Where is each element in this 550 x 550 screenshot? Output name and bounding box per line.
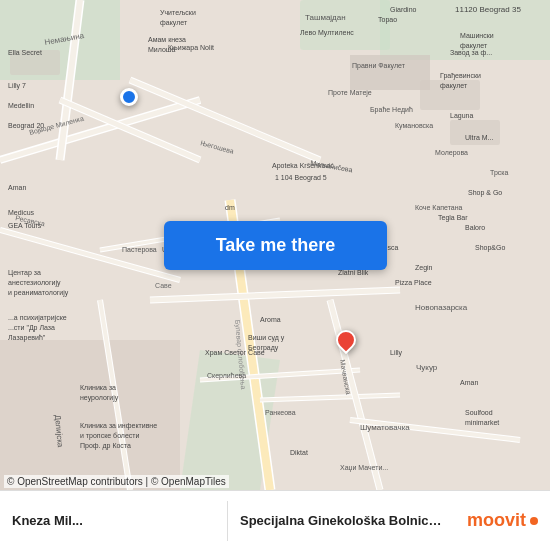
- destination-marker: [336, 330, 356, 350]
- svg-text:неурологију: неурологију: [80, 394, 119, 402]
- svg-text:Beograd 20: Beograd 20: [8, 122, 44, 130]
- svg-text:факулет: факулет: [440, 82, 468, 90]
- svg-text:minimarket: minimarket: [465, 419, 499, 426]
- svg-text:Shop & Go: Shop & Go: [468, 189, 502, 197]
- svg-text:Toраo: Toраo: [378, 16, 397, 24]
- destination-name: Specijalna Ginekološka Bolnica Srete...: [240, 513, 443, 528]
- svg-text:Ultra M...: Ultra M...: [465, 134, 493, 141]
- svg-text:Кумановска: Кумановска: [395, 122, 433, 130]
- map-attribution: © OpenStreetMap contributors | © OpenMap…: [4, 475, 229, 488]
- svg-text:Zlatni Blik: Zlatni Blik: [338, 269, 369, 276]
- svg-text:Giardino: Giardino: [390, 6, 417, 13]
- svg-text:Lilly: Lilly: [390, 349, 403, 357]
- svg-text:Шуматовачка: Шуматовачка: [360, 423, 410, 432]
- svg-text:11120 Beograd 35: 11120 Beograd 35: [455, 5, 521, 14]
- map-container: Немањина Војводе Миленка Ресавска Његоше…: [0, 0, 550, 490]
- svg-text:Центар за: Центар за: [8, 269, 41, 277]
- svg-text:1 104 Beograd 5: 1 104 Beograd 5: [275, 174, 327, 182]
- svg-text:Лазаревић": Лазаревић": [8, 334, 46, 342]
- svg-text:Чукур: Чукур: [416, 363, 438, 372]
- svg-text:Ранкеова: Ранкеова: [265, 409, 296, 416]
- svg-text:Грађевински: Грађевински: [440, 72, 481, 80]
- svg-text:Diktat: Diktat: [290, 449, 308, 456]
- svg-text:Lilly 7: Lilly 7: [8, 82, 26, 90]
- svg-text:Aroma: Aroma: [260, 316, 281, 323]
- svg-text:dm: dm: [225, 204, 235, 211]
- svg-text:Трска: Трска: [490, 169, 508, 177]
- svg-text:Ella Secret: Ella Secret: [8, 49, 42, 56]
- svg-text:Коче Капетана: Коче Капетана: [415, 204, 463, 211]
- svg-text:Амам кнеза: Амам кнеза: [148, 36, 186, 43]
- svg-text:Лево Мултиленс: Лево Мултиленс: [300, 29, 354, 37]
- svg-text:Shop&Go: Shop&Go: [475, 244, 505, 252]
- svg-text:...сти "Др Лаза: ...сти "Др Лаза: [8, 324, 55, 332]
- svg-text:GEA Tours: GEA Tours: [8, 222, 42, 229]
- svg-text:анестезиологију: анестезиологију: [8, 279, 61, 287]
- svg-text:Tegla Bar: Tegla Bar: [438, 214, 468, 222]
- svg-text:Молерова: Молерова: [435, 149, 468, 157]
- moovit-logo: moovit: [455, 510, 550, 531]
- svg-text:факулет: факулет: [460, 42, 488, 50]
- svg-text:Учитељски: Учитељски: [160, 9, 196, 16]
- svg-text:Скерлићева: Скерлићева: [207, 372, 246, 380]
- svg-rect-3: [0, 340, 180, 490]
- svg-text:Новопазарска: Новопазарска: [415, 303, 468, 312]
- svg-text:Baloro: Baloro: [465, 224, 485, 231]
- svg-rect-32: [350, 55, 430, 90]
- svg-text:Правни Факулет: Правни Факулет: [352, 62, 406, 70]
- svg-text:Милоша: Милоша: [148, 46, 175, 53]
- svg-text:Aman: Aman: [460, 379, 478, 386]
- svg-text:Laguna: Laguna: [450, 112, 473, 120]
- origin-name: Kneza Mil...: [12, 513, 215, 528]
- svg-text:Pizza Place: Pizza Place: [395, 279, 432, 286]
- bottom-bar: Kneza Mil... Specijalna Ginekološka Boln…: [0, 490, 550, 550]
- svg-text:и реаниматологију: и реаниматологију: [8, 289, 69, 297]
- svg-text:Aman: Aman: [8, 184, 26, 191]
- svg-text:Проф. др Коста: Проф. др Коста: [80, 442, 131, 450]
- svg-text:Medellin: Medellin: [8, 102, 34, 109]
- svg-text:Хаџи Мачети...: Хаџи Мачети...: [340, 464, 388, 472]
- svg-text:Клиника за: Клиника за: [80, 384, 116, 391]
- svg-text:и тропске болести: и тропске болести: [80, 432, 140, 440]
- origin-marker: [120, 88, 138, 106]
- take-me-there-button[interactable]: Take me there: [164, 221, 387, 270]
- svg-text:Браће Недић: Браће Недић: [370, 106, 413, 114]
- svg-text:факулет: факулет: [160, 19, 188, 27]
- svg-text:Zegin: Zegin: [415, 264, 433, 272]
- destination-location: Specijalna Ginekološka Bolnica Srete...: [228, 509, 455, 532]
- moovit-brand-text: moovit: [467, 510, 526, 531]
- svg-text:Клиника за инфективне: Клиника за инфективне: [80, 422, 157, 430]
- svg-text:Машински: Машински: [460, 32, 494, 39]
- moovit-dot: [530, 517, 538, 525]
- svg-text:Београду: Београду: [248, 344, 279, 352]
- svg-text:Soulfood: Soulfood: [465, 409, 493, 416]
- svg-text:...а психијатријске: ...а психијатријске: [8, 314, 67, 322]
- svg-rect-35: [450, 120, 500, 145]
- svg-text:Саве: Саве: [155, 282, 172, 289]
- svg-text:Проте Матеје: Проте Матеје: [328, 89, 372, 97]
- svg-text:Завод за ф...: Завод за ф...: [450, 49, 492, 57]
- svg-text:Пастерова: Пастерова: [122, 246, 157, 254]
- svg-text:Виши суд у: Виши суд у: [248, 334, 285, 342]
- svg-text:Medicus: Medicus: [8, 209, 35, 216]
- origin-location: Kneza Mil...: [0, 509, 227, 532]
- svg-rect-31: [300, 0, 390, 50]
- svg-text:Ташмајдан: Ташмајдан: [305, 13, 346, 22]
